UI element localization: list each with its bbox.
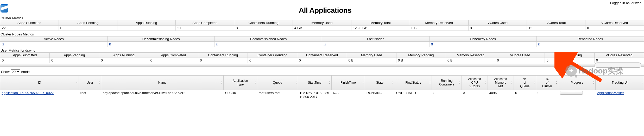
metric-cell: 0 xyxy=(495,58,545,63)
column-header: Apps Running xyxy=(99,53,149,58)
sort-icon[interactable]: ▲▼ xyxy=(429,81,431,84)
cell-state: RUNNING xyxy=(365,90,395,100)
sort-icon[interactable]: ▲▼ xyxy=(362,81,364,84)
hadoop-logo xyxy=(1,4,8,13)
metric-cell: 0 xyxy=(99,58,149,63)
column-header[interactable]: FinishTime▲▼ xyxy=(331,76,365,90)
column-header[interactable]: AllocatedCPUVCores▲▼ xyxy=(462,76,488,90)
metric-cell: 3 xyxy=(0,42,108,47)
column-header[interactable]: Name▲▼ xyxy=(101,76,223,90)
sort-icon[interactable]: ▲▼ xyxy=(254,81,256,84)
user-metrics-table: Apps SubmittedApps PendingApps RunningAp… xyxy=(0,52,644,63)
cell-cpu: 3 xyxy=(462,90,488,100)
sort-icon[interactable]: ▲▼ xyxy=(641,81,643,84)
column-header: VCores Total xyxy=(527,20,585,26)
sort-icon[interactable]: ▲▼ xyxy=(98,81,100,84)
column-header[interactable]: Queue▲▼ xyxy=(257,76,298,90)
metric-cell: 0 B xyxy=(410,26,468,31)
column-header: Apps Running xyxy=(117,20,176,26)
sort-icon[interactable]: ▲▼ xyxy=(533,81,535,84)
column-header: Apps Submitted xyxy=(0,20,59,26)
column-header: Decommissioned Nodes xyxy=(215,36,322,42)
column-header[interactable]: User▲▼ xyxy=(79,76,101,90)
metric-link[interactable]: 0 xyxy=(324,42,325,46)
sort-icon[interactable]: ▲▼ xyxy=(329,81,331,84)
metric-cell: 12.95 GB xyxy=(351,26,410,31)
metric-cell: 0 xyxy=(59,26,117,31)
sort-icon[interactable]: ▲▼ xyxy=(221,81,223,84)
column-header: Memory Used xyxy=(293,20,351,26)
metric-cell: 0 B xyxy=(446,58,495,63)
cluster-nodes-table: Active NodesDecommissioning NodesDecommi… xyxy=(0,36,644,47)
column-header[interactable]: FinalStatus▲▼ xyxy=(395,76,432,90)
sort-icon[interactable]: ▲▼ xyxy=(392,81,394,84)
cell-finalstatus: UNDEFINED xyxy=(395,90,432,100)
column-header: VCores Used xyxy=(468,20,527,26)
tracking-link[interactable]: ApplicationMaster xyxy=(597,91,624,95)
metric-cell: 0 xyxy=(215,42,322,47)
metric-link[interactable]: 0 xyxy=(538,42,540,46)
sort-icon[interactable]: ▲▼ xyxy=(295,81,297,84)
show-label: Show xyxy=(1,70,10,74)
column-header: Memory Used xyxy=(347,53,396,58)
cell-queue: root.users.root xyxy=(257,90,298,100)
applications-table: ID▼User▲▼Name▲▼ApplicationType▲▼Queue▲▼S… xyxy=(0,75,644,100)
table-row: application_1509976592897_0022 root org.… xyxy=(0,90,644,100)
metric-cell: 0 xyxy=(149,58,198,63)
metric-link[interactable]: 0 xyxy=(216,42,218,46)
column-header[interactable]: StartTime▲▼ xyxy=(298,76,332,90)
entries-control: Show 20 entries xyxy=(1,69,644,74)
metric-link[interactable]: 0 xyxy=(109,42,111,46)
metric-link[interactable]: 3 xyxy=(2,42,4,46)
app-id-link[interactable]: application_1509976592897_0022 xyxy=(2,91,54,95)
metric-cell: 3 xyxy=(234,26,293,31)
column-header: VCores Used xyxy=(495,53,545,58)
cell-mem: 4096 xyxy=(488,90,514,100)
metric-cell: 1 xyxy=(117,26,176,31)
cell-starttime: Tue Nov 7 01:22:35 +0800 2017 xyxy=(298,90,332,100)
metric-cell: 12 xyxy=(527,26,585,31)
login-info: Logged in as: dr.who xyxy=(610,1,641,5)
column-header[interactable]: ApplicationType▲▼ xyxy=(224,76,257,90)
column-header: Memory Total xyxy=(351,20,410,26)
sort-icon[interactable]: ▼ xyxy=(76,82,78,83)
column-header: Containers Running xyxy=(234,20,293,26)
column-header[interactable]: %ofQueue▲▼ xyxy=(514,76,536,90)
metric-cell: 3 xyxy=(468,26,527,31)
metric-cell: 22 xyxy=(0,26,59,31)
metric-cell: 4 GB xyxy=(293,26,351,31)
column-header: Apps Submitted xyxy=(0,53,50,58)
page-size-select[interactable]: 20 xyxy=(11,69,20,74)
column-header: Memory Pending xyxy=(396,53,446,58)
user-metrics-label: User Metrics for dr.who xyxy=(1,48,644,52)
metric-cell: 0 xyxy=(297,58,347,63)
cell-progress xyxy=(558,90,596,100)
page-title: All Applications xyxy=(8,6,642,15)
column-header: VCores Reserved xyxy=(585,20,644,26)
cluster-nodes-label: Cluster Nodes Metrics xyxy=(1,32,644,36)
column-header[interactable]: ID▼ xyxy=(0,76,79,90)
metric-cell: 0 xyxy=(0,58,50,63)
sort-icon[interactable]: ▲▼ xyxy=(511,81,513,84)
column-header: Active Nodes xyxy=(0,36,108,42)
column-header[interactable]: RunningContainers▲▼ xyxy=(432,76,462,90)
column-header[interactable]: AllocatedMemoryMB▲▼ xyxy=(488,76,514,90)
column-header: Apps Pending xyxy=(50,53,99,58)
column-header: Apps Pending xyxy=(59,20,117,26)
column-header: Memory Reserved xyxy=(446,53,495,58)
cell-pct-cluster: 0 xyxy=(536,90,558,100)
sort-icon[interactable]: ▲▼ xyxy=(485,81,487,84)
metric-cell: 0 xyxy=(585,26,644,31)
column-header: Memory Reserved xyxy=(410,20,468,26)
column-header: Lost Nodes xyxy=(322,36,429,42)
column-header[interactable]: State▲▼ xyxy=(365,76,395,90)
cell-user: root xyxy=(79,90,101,100)
metric-link[interactable]: 0 xyxy=(431,42,433,46)
metric-cell: 0 xyxy=(322,42,429,47)
metric-cell: 0 B xyxy=(396,58,446,63)
progress-bar xyxy=(560,91,583,95)
sort-icon[interactable]: ▲▼ xyxy=(459,81,461,84)
cell-running-containers: 3 xyxy=(432,90,462,100)
metric-cell: 0 xyxy=(198,58,248,63)
column-header: Containers Reserved xyxy=(297,53,347,58)
